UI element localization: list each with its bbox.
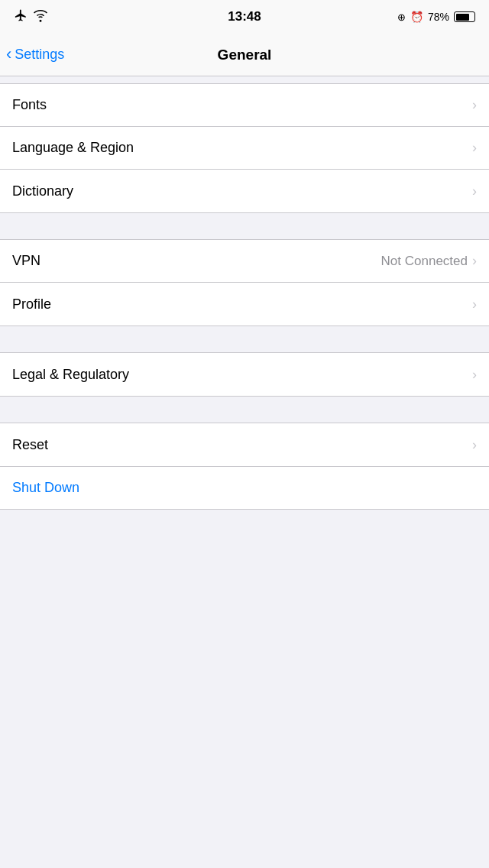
section-spacer-top — [0, 76, 489, 84]
chevron-icon: › — [472, 97, 477, 113]
status-right-icons: ⊕ ⏰ 78% — [397, 11, 475, 23]
dictionary-right: › — [472, 183, 477, 199]
legal-regulatory-label: Legal & Regulatory — [12, 367, 129, 383]
lock-rotation-icon: ⊕ — [397, 11, 406, 23]
airplane-icon — [14, 8, 28, 25]
nav-bar: ‹ Settings General — [0, 34, 489, 76]
alarm-icon: ⏰ — [410, 11, 423, 23]
list-item[interactable]: Reset › — [0, 423, 489, 466]
profile-right: › — [472, 296, 477, 313]
wifi-icon — [34, 8, 47, 25]
chevron-icon: › — [472, 296, 477, 313]
page-title: General — [218, 47, 272, 63]
status-left-icons — [14, 8, 47, 25]
section-spacer-2 — [0, 326, 489, 353]
fonts-right: › — [472, 97, 477, 113]
section-spacer-1 — [0, 212, 489, 240]
vpn-right: Not Connected › — [381, 253, 477, 269]
vpn-label: VPN — [12, 253, 40, 269]
back-label: Settings — [15, 47, 64, 63]
shut-down-row[interactable]: Shut Down — [0, 467, 489, 510]
battery-icon — [454, 11, 475, 22]
language-region-label: Language & Region — [12, 140, 134, 156]
chevron-icon: › — [472, 183, 477, 199]
chevron-icon: › — [472, 367, 477, 383]
shut-down-section: Shut Down — [0, 467, 489, 510]
dictionary-label: Dictionary — [12, 183, 73, 199]
vpn-value: Not Connected — [381, 254, 468, 269]
back-chevron-icon: ‹ — [6, 46, 11, 63]
list-item[interactable]: Language & Region › — [0, 127, 489, 170]
chevron-icon: › — [472, 437, 477, 453]
battery-percent: 78% — [428, 11, 449, 23]
section-legal: Legal & Regulatory › — [0, 353, 489, 396]
section-reset: Reset › — [0, 423, 489, 466]
language-region-right: › — [472, 140, 477, 156]
status-bar: 13:48 ⊕ ⏰ 78% — [0, 0, 489, 34]
section-fonts-language: Fonts › Language & Region › Dictionary › — [0, 84, 489, 212]
status-time: 13:48 — [228, 9, 261, 24]
chevron-icon: › — [472, 253, 477, 269]
section-vpn-profile: VPN Not Connected › Profile › — [0, 240, 489, 326]
shut-down-label: Shut Down — [12, 480, 79, 496]
back-button[interactable]: ‹ Settings — [6, 47, 64, 63]
profile-label: Profile — [12, 296, 51, 313]
list-item[interactable]: Dictionary › — [0, 170, 489, 212]
legal-right: › — [472, 367, 477, 383]
bottom-spacer — [0, 510, 489, 548]
chevron-icon: › — [472, 140, 477, 156]
list-item[interactable]: Legal & Regulatory › — [0, 353, 489, 396]
reset-label: Reset — [12, 437, 48, 453]
section-spacer-3 — [0, 396, 489, 423]
list-item[interactable]: Profile › — [0, 283, 489, 326]
list-item[interactable]: VPN Not Connected › — [0, 240, 489, 283]
fonts-label: Fonts — [12, 97, 47, 113]
reset-right: › — [472, 437, 477, 453]
list-item[interactable]: Fonts › — [0, 84, 489, 127]
